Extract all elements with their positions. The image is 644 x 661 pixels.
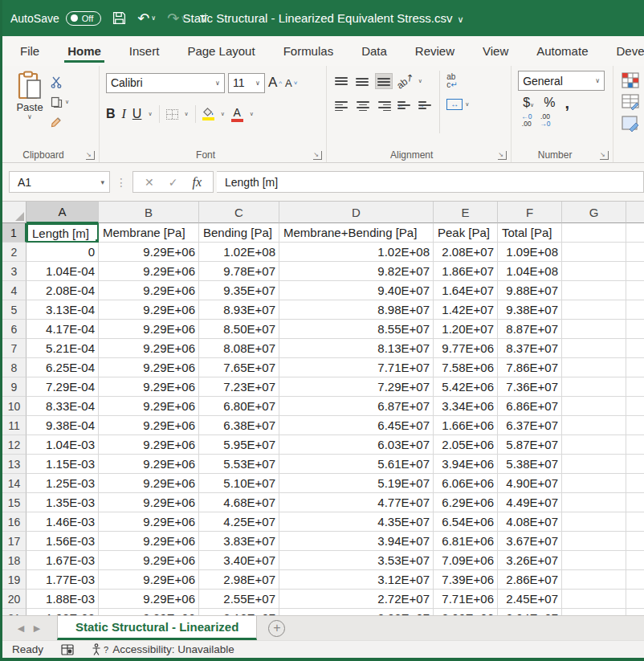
cell[interactable]: 5.95E+07 [199, 435, 279, 455]
row-header-7[interactable]: 7 [2, 339, 26, 358]
cell[interactable]: 7.29E-04 [26, 377, 99, 397]
cell[interactable]: 7.29E+07 [279, 377, 434, 397]
top-align-button[interactable] [333, 73, 351, 89]
row-header-17[interactable]: 17 [2, 532, 26, 551]
cell[interactable]: 6.03E+07 [279, 435, 434, 455]
next-sheet-button[interactable]: ▶ [30, 623, 44, 634]
new-sheet-button[interactable]: + [268, 620, 285, 637]
cell[interactable]: 7.71E+06 [434, 590, 498, 609]
cell[interactable]: 5.38E+07 [498, 455, 562, 474]
ribbon-tab-data[interactable]: Data [360, 38, 389, 64]
cell[interactable] [562, 609, 626, 615]
cell[interactable] [562, 416, 626, 435]
select-all-button[interactable] [2, 202, 26, 223]
cell[interactable]: 3.34E+06 [434, 397, 498, 416]
cell[interactable]: 3.67E+07 [498, 532, 562, 551]
cell[interactable]: 9.29E+06 [99, 300, 199, 320]
cell-styles-icon[interactable] [622, 116, 639, 132]
row-header-13[interactable]: 13 [2, 455, 26, 474]
cell[interactable]: 8.55E+07 [279, 320, 434, 339]
cell[interactable]: 9.38E+07 [498, 300, 562, 320]
cell[interactable]: 3.12E+07 [279, 570, 434, 590]
increase-font-size-button[interactable]: A^ [268, 75, 282, 91]
number-format-select[interactable]: General ∨ [518, 71, 605, 91]
customize-toolbar-button[interactable]: ∨ [200, 15, 208, 22]
name-box[interactable]: A1 ▾ [9, 171, 110, 193]
cell[interactable]: 0 [26, 243, 99, 262]
accessibility-status[interactable]: ? Accessibility: Unavailable [92, 643, 234, 656]
cell[interactable]: 9.29E+06 [99, 397, 199, 416]
format-painter-button[interactable] [51, 116, 69, 129]
cell[interactable] [562, 243, 626, 262]
column-header-A[interactable]: A [26, 202, 99, 223]
cell[interactable]: 1.04E+08 [498, 262, 562, 281]
cell[interactable]: 9.29E+06 [99, 532, 199, 551]
cell[interactable]: 5.42E+06 [434, 377, 498, 397]
cell[interactable] [562, 551, 626, 570]
cell[interactable]: 1.04E-03 [26, 435, 99, 455]
cell[interactable]: 3.13E-04 [26, 300, 99, 320]
cell[interactable]: 1.02E+08 [279, 243, 434, 262]
cell[interactable] [562, 223, 626, 243]
cell[interactable]: 9.29E+06 [99, 358, 199, 377]
row-header-14[interactable]: 14 [2, 474, 26, 493]
row-header-12[interactable]: 12 [2, 435, 26, 455]
cell[interactable]: 9.29E+06 [99, 474, 199, 493]
cell[interactable]: 1.09E+08 [498, 243, 562, 262]
row-header-10[interactable]: 10 [2, 397, 26, 416]
ribbon-tab-automate[interactable]: Automate [535, 38, 589, 64]
cell[interactable]: 6.86E+07 [498, 397, 562, 416]
dialog-launcher-icon[interactable]: ↘ [498, 151, 507, 160]
cell[interactable]: 4.90E+07 [498, 474, 562, 493]
cell[interactable] [562, 320, 626, 339]
cell[interactable]: 2.98E+07 [199, 570, 279, 590]
percent-style-button[interactable]: % [544, 96, 555, 110]
cell[interactable] [562, 397, 626, 416]
chevron-down-icon[interactable]: ∨ [148, 111, 152, 117]
insert-function-button[interactable]: fx [192, 175, 202, 190]
cell[interactable]: 8.13E+07 [279, 339, 434, 358]
middle-align-button[interactable] [354, 73, 372, 89]
row-header-8[interactable]: 8 [2, 358, 26, 377]
cell[interactable]: 1.77E-03 [26, 570, 99, 590]
cell[interactable]: 1.67E-03 [26, 551, 99, 570]
row-header-4[interactable]: 4 [2, 281, 26, 300]
cell[interactable]: 2.86E+07 [498, 570, 562, 590]
save-button[interactable] [112, 11, 126, 25]
increase-indent-button[interactable]: → [417, 97, 434, 113]
paste-button[interactable]: Paste ∨ [9, 71, 51, 148]
cell[interactable]: 3.94E+06 [434, 455, 498, 474]
cell[interactable]: 8.93E+07 [199, 300, 279, 320]
align-left-button[interactable] [333, 97, 351, 113]
formula-input[interactable]: Length [m] [217, 171, 644, 193]
underline-button[interactable]: U [132, 107, 142, 121]
chevron-down-icon[interactable]: ∨ [221, 111, 225, 117]
comma-style-button[interactable]: , [565, 98, 569, 108]
cell[interactable]: 9.29E+06 [99, 609, 199, 615]
cell[interactable]: 2.08E+07 [434, 243, 498, 262]
increase-decimal-button[interactable]: ←0.00 [521, 113, 532, 129]
cell[interactable]: 3.26E+07 [498, 551, 562, 570]
cell[interactable]: 9.29E+06 [99, 243, 199, 262]
cell[interactable]: 9.38E-04 [26, 416, 99, 435]
orientation-button[interactable]: ab↗ [394, 71, 416, 91]
cell[interactable] [562, 512, 626, 532]
cell[interactable]: 6.45E+07 [279, 416, 434, 435]
cell[interactable]: 7.58E+06 [434, 358, 498, 377]
cell[interactable]: 9.29E+06 [99, 512, 199, 532]
cell[interactable]: 1.46E-03 [26, 512, 99, 532]
cell[interactable]: 9.78E+07 [199, 262, 279, 281]
cell[interactable]: 1.86E+07 [434, 262, 498, 281]
cell[interactable] [562, 570, 626, 590]
ribbon-tab-insert[interactable]: Insert [128, 38, 161, 64]
fill-color-button[interactable] [202, 108, 214, 120]
cell[interactable]: Total [Pa] [498, 223, 562, 243]
cell[interactable]: 7.65E+07 [199, 358, 279, 377]
cell[interactable]: 1.04E-04 [26, 262, 99, 281]
cell[interactable]: 4.08E+07 [498, 512, 562, 532]
cell[interactable]: 4.35E+07 [279, 512, 434, 532]
cell[interactable]: 4.25E+07 [199, 512, 279, 532]
ribbon-tab-file[interactable]: File [18, 38, 41, 64]
cell[interactable]: 2.72E+07 [279, 590, 434, 609]
cell[interactable]: 4.49E+07 [498, 493, 562, 512]
